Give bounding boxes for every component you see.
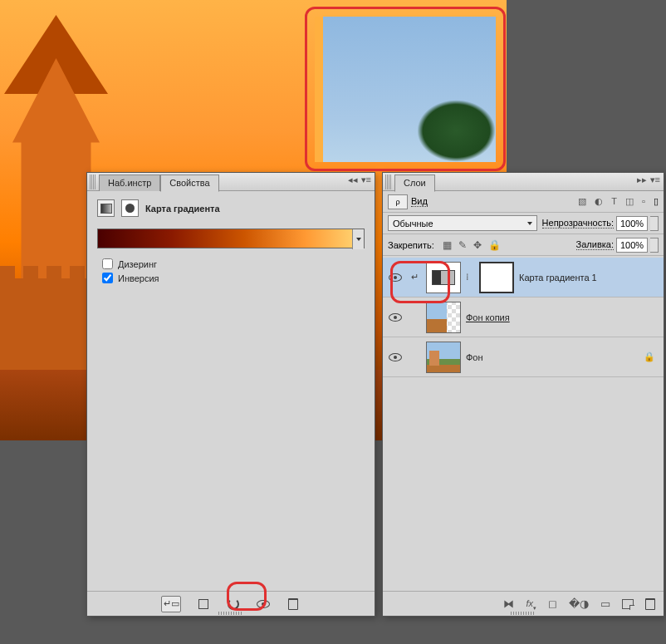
fill-dropdown[interactable]	[650, 238, 659, 253]
filter-kind-dropdown[interactable]: ρ	[388, 194, 408, 209]
layers-panel: Слои ▸▸ ▾≡ ρ Вид ▧ ◐ T ◫ ▫ ▯ Обычные Неп…	[382, 172, 664, 617]
reset-button[interactable]	[226, 597, 241, 612]
lock-all-icon[interactable]: 🔒	[488, 239, 501, 251]
layer-effects-button[interactable]: fx▾	[526, 597, 536, 612]
visibility-toggle-icon[interactable]	[389, 273, 402, 282]
lock-position-icon[interactable]: ✥	[473, 239, 482, 251]
properties-panel-header[interactable]: Наб.инстр Свойства ◂◂ ▾≡	[87, 173, 375, 191]
opacity-dropdown[interactable]	[650, 216, 659, 231]
collapse-icon[interactable]: ◂◂	[348, 175, 358, 185]
tab-layers[interactable]: Слои	[394, 175, 435, 192]
fill-label[interactable]: Заливка:	[576, 239, 614, 250]
opacity-value[interactable]: 100%	[616, 216, 648, 231]
visibility-toggle-icon[interactable]	[389, 353, 402, 361]
delete-layer-button[interactable]	[645, 598, 655, 610]
panel-grip-icon[interactable]	[385, 175, 392, 189]
toggle-visibility-button[interactable]	[256, 597, 271, 612]
filter-kind-label[interactable]: Вид	[411, 196, 428, 207]
tab-properties[interactable]: Свойства	[160, 175, 218, 192]
fill-value[interactable]: 100%	[616, 238, 648, 253]
layers-blend-row: Обычные Непрозрачность: 100%	[383, 213, 664, 234]
adjustment-thumbnail[interactable]	[426, 262, 461, 293]
gradient-picker-dropdown[interactable]	[352, 229, 364, 249]
panel-resize-grip[interactable]	[218, 612, 243, 615]
layer-thumbnail[interactable]	[426, 302, 461, 333]
clip-to-layer-button[interactable]: ↵▭	[161, 596, 181, 612]
layer-name[interactable]: Карта градиента 1	[519, 273, 659, 283]
link-layers-button[interactable]: ⧓	[503, 597, 514, 610]
filter-smart-icon[interactable]: ▫	[642, 196, 645, 207]
new-layer-button[interactable]	[622, 599, 634, 609]
tab-tool-presets[interactable]: Наб.инстр	[99, 175, 160, 191]
panel-menu-icon[interactable]: ▾≡	[650, 175, 660, 185]
panel-resize-grip[interactable]	[511, 612, 536, 615]
blend-mode-value: Обычные	[393, 219, 433, 229]
layer-name[interactable]: Фон копия	[466, 312, 659, 322]
adjustment-title: Карта градиента	[145, 204, 220, 214]
mask-thumbnail[interactable]	[479, 262, 514, 293]
blend-mode-dropdown[interactable]: Обычные	[388, 215, 537, 231]
layer-row-background[interactable]: Фон 🔒	[383, 337, 664, 377]
opacity-label[interactable]: Непрозрачность:	[542, 218, 614, 229]
layers-filter-row: ρ Вид ▧ ◐ T ◫ ▫ ▯	[383, 191, 664, 213]
new-adjustment-button[interactable]: �◑	[569, 597, 589, 610]
layer-row-background-copy[interactable]: Фон копия	[383, 297, 664, 337]
properties-panel: Наб.инстр Свойства ◂◂ ▾≡ Карта градиента…	[86, 172, 375, 617]
layer-mask-icon[interactable]	[121, 199, 139, 217]
clip-indicator-icon: ↵	[408, 272, 421, 283]
properties-body: Карта градиента Дизеринг Инверсия	[87, 191, 375, 295]
reverse-checkbox[interactable]	[102, 273, 113, 283]
expand-icon[interactable]: ▸▸	[637, 175, 647, 185]
lock-label: Закрепить:	[388, 240, 434, 250]
view-previous-state-button[interactable]	[196, 597, 211, 612]
gradient-map-icon	[97, 199, 115, 217]
filter-toggle-icon[interactable]: ▯	[654, 196, 659, 207]
lock-transparent-icon[interactable]: ▦	[443, 239, 452, 251]
filter-adjustment-icon[interactable]: ◐	[595, 196, 603, 207]
visibility-toggle-icon[interactable]	[389, 313, 402, 322]
filter-pixel-icon[interactable]: ▧	[578, 196, 586, 207]
layers-list[interactable]: ↵ ⁞ Карта градиента 1 Фон копия Фон 🔒	[383, 258, 664, 591]
mask-link-icon[interactable]: ⁞	[466, 272, 474, 283]
gradient-edge	[315, 17, 323, 162]
add-mask-button[interactable]: ◻	[548, 597, 557, 610]
lock-indicator-icon: 🔒	[644, 351, 655, 362]
unmasked-sky-region	[315, 17, 496, 162]
delete-adjustment-button[interactable]	[286, 597, 301, 612]
new-group-button[interactable]: ▭	[600, 597, 610, 610]
layer-name[interactable]: Фон	[466, 352, 639, 362]
panel-grip-icon[interactable]	[90, 175, 96, 189]
layer-thumbnail[interactable]	[426, 342, 461, 373]
lock-image-icon[interactable]: ✎	[458, 239, 467, 251]
reverse-label[interactable]: Инверсия	[118, 273, 159, 283]
gradient-preview[interactable]	[97, 229, 365, 248]
panel-menu-icon[interactable]: ▾≡	[361, 175, 371, 185]
layer-row-gradient-map[interactable]: ↵ ⁞ Карта градиента 1	[383, 258, 664, 297]
dither-checkbox[interactable]	[102, 258, 113, 269]
dither-label[interactable]: Дизеринг	[118, 259, 157, 269]
layers-lock-row: Закрепить: ▦ ✎ ✥ 🔒 Заливка: 100%	[383, 234, 664, 256]
filter-shape-icon[interactable]: ◫	[625, 196, 634, 207]
filter-type-icon[interactable]: T	[611, 196, 617, 207]
tree	[417, 100, 496, 162]
layers-panel-header[interactable]: Слои ▸▸ ▾≡	[383, 173, 664, 191]
